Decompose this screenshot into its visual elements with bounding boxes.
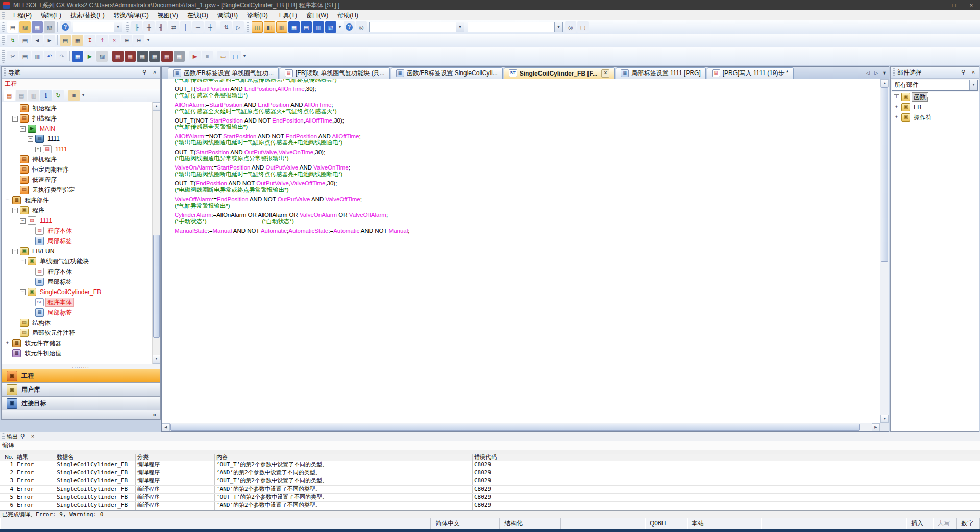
error-row[interactable]: 5ErrorSingleCoilCylinder_FB编译程序’OUT_T’的第…: [0, 494, 980, 502]
toolbar-grip[interactable]: [2, 50, 5, 62]
tree-item[interactable]: ▤初始程序: [2, 103, 153, 113]
ladder-close-contact-icon[interactable]: ╫: [143, 21, 155, 33]
tab-scroll-left-icon[interactable]: ◁: [864, 69, 872, 77]
tree-expander[interactable]: −: [20, 126, 26, 132]
document-tab[interactable]: ▤[PRG]写入 1111 (19)步 *: [707, 67, 794, 79]
toolbar-overflow-icon[interactable]: ▾: [145, 35, 151, 45]
work-window-icon[interactable]: ▥: [276, 21, 287, 33]
tree-item[interactable]: −▤1111: [2, 215, 153, 226]
tree-item[interactable]: ▤恒定周期程序: [2, 164, 153, 175]
device-test-icon[interactable]: ▦: [72, 51, 83, 62]
tree-item[interactable]: ▦局部标签: [2, 307, 153, 318]
editor-horizontal-scrollbar[interactable]: ◀ ▶: [162, 423, 880, 431]
undo-icon[interactable]: ↶: [44, 51, 55, 62]
toolbar-grip[interactable]: [2, 22, 5, 32]
tree-item[interactable]: ▤待机程序: [2, 154, 153, 164]
parts-pin-icon[interactable]: ⚲: [959, 68, 968, 77]
clipboard-grid-icon[interactable]: ▦: [72, 35, 83, 46]
tree-item[interactable]: ▤程序本体: [2, 226, 153, 236]
tree-expander[interactable]: −: [28, 136, 33, 142]
tree-item[interactable]: ST程序本体: [2, 297, 153, 307]
nav-close-icon[interactable]: ×: [150, 68, 159, 77]
cross-reference-icon[interactable]: ▦: [174, 51, 185, 62]
ladder-symbol-combo[interactable]: ▾: [73, 22, 122, 32]
duplicate-document-icon[interactable]: ▤: [19, 35, 31, 46]
menu-item[interactable]: 诊断(D): [242, 10, 273, 20]
tree-expander[interactable]: +: [5, 341, 10, 346]
tree-item[interactable]: ▤局部软元件注释: [2, 328, 153, 338]
device-note-icon[interactable]: ▧: [325, 21, 336, 33]
column-header[interactable]: 结果: [15, 454, 55, 461]
document-tab[interactable]: ▦局部标签设置 1111 [PRG]: [616, 67, 705, 79]
remote-operation-icon[interactable]: ▢: [230, 51, 241, 62]
tree-item[interactable]: +▣操作符: [891, 112, 979, 123]
tree-item[interactable]: +▣函数: [891, 92, 979, 102]
toolbar-grip[interactable]: [126, 22, 129, 32]
paste-icon[interactable]: ▥: [32, 51, 43, 62]
scroll-up-icon[interactable]: ▲: [880, 79, 889, 87]
monitor-mode-icon[interactable]: ▶: [84, 51, 95, 62]
parts-close-icon[interactable]: ×: [969, 68, 978, 77]
jump-up-icon[interactable]: ↥: [96, 35, 108, 46]
tree-item[interactable]: −▣FB/FUN: [2, 246, 153, 256]
watch-window-icon[interactable]: ▢: [577, 21, 589, 33]
data-property-icon[interactable]: ℹ: [40, 90, 52, 101]
output-grip[interactable]: [2, 433, 5, 439]
cascade-windows-icon[interactable]: ◧: [264, 21, 275, 33]
view-button-project[interactable]: ▣工程: [2, 369, 160, 382]
tree-item[interactable]: −▩程序部件: [2, 195, 153, 205]
menu-item[interactable]: 编辑(E): [36, 10, 66, 20]
tree-expander[interactable]: −: [5, 198, 10, 203]
ladder-coil-icon[interactable]: ╢: [156, 21, 167, 33]
delete-icon[interactable]: ×: [109, 35, 120, 46]
scroll-up-icon[interactable]: ▲: [153, 102, 160, 111]
view-button-user-library[interactable]: ▣用户库: [2, 382, 160, 396]
start-monitor-icon[interactable]: ▶: [189, 51, 201, 62]
zoom-in-icon[interactable]: ⊕: [121, 35, 132, 46]
nav-grip[interactable]: [4, 68, 6, 76]
device-batch-monitor-icon[interactable]: ▦: [161, 51, 173, 62]
scroll-thumb[interactable]: [881, 87, 888, 262]
stop-monitor-icon[interactable]: ■: [202, 51, 213, 62]
toolbar-overflow-icon[interactable]: ▾: [241, 51, 248, 61]
find-next-icon[interactable]: ►: [44, 35, 55, 46]
help2-icon[interactable]: ?: [344, 21, 355, 33]
tree-item[interactable]: −▣单线圈气缸功能块: [2, 256, 153, 267]
ladder-read-mode-icon[interactable]: ▷: [233, 21, 244, 33]
column-header[interactable]: 数据名: [55, 454, 136, 461]
view-button-connection-destination[interactable]: ▣连接目标: [2, 396, 160, 410]
column-header[interactable]: 错误代码: [473, 454, 725, 461]
maximize-button[interactable]: □: [945, 0, 963, 10]
clipboard-icon[interactable]: ▤: [60, 35, 71, 46]
monitor-stop-icon[interactable]: ▨: [96, 51, 108, 62]
sort-filter-icon[interactable]: ≡: [68, 90, 80, 101]
menu-item[interactable]: 工程(P): [7, 10, 36, 20]
tree-item[interactable]: ▦局部标签: [2, 236, 153, 246]
error-row[interactable]: 1ErrorSingleCoilCylinder_FB编译程序’OUT_T’的第…: [0, 461, 980, 469]
scroll-left-icon[interactable]: ◀: [162, 423, 170, 431]
device-display-icon[interactable]: ▦: [288, 21, 300, 33]
tree-expander[interactable]: −: [20, 218, 26, 224]
find-device-combo[interactable]: ▾: [468, 22, 563, 32]
parts-grip[interactable]: [893, 68, 895, 76]
menu-item[interactable]: 窗口(W): [302, 10, 333, 20]
print-icon[interactable]: ▧: [44, 21, 55, 33]
scroll-down-icon[interactable]: ▼: [153, 355, 160, 364]
menu-item[interactable]: 搜索/替换(F): [66, 10, 109, 20]
nav-pin-icon[interactable]: ⚲: [140, 68, 149, 77]
column-header[interactable]: 分类: [136, 454, 215, 461]
document-tab[interactable]: ▦函数/FB标签设置 SingleCoilCyli...: [391, 67, 503, 79]
tree-item[interactable]: −▥1111: [2, 134, 153, 144]
output-pin-icon[interactable]: ⚲: [18, 432, 27, 441]
tree-item[interactable]: ▤程序本体: [2, 267, 153, 277]
save-project-icon[interactable]: ▦: [32, 21, 43, 33]
jump-down-icon[interactable]: ↧: [84, 35, 95, 46]
tree-expander[interactable]: +: [894, 115, 899, 120]
scroll-right-icon[interactable]: ▶: [872, 423, 880, 431]
ladder-vertical-line-icon[interactable]: │: [180, 21, 191, 33]
document-tab[interactable]: STSingleCoilCylinder_FB [F...×: [504, 67, 615, 79]
verify-with-plc-icon[interactable]: ▦: [137, 51, 148, 62]
tree-item[interactable]: ▤无执行类型指定: [2, 185, 153, 195]
st-code-editor[interactable]: (*气缸传感器全亮延时=气缸原点传感器亮+气缸终点传感器亮*)OUT_T(Sta…: [162, 79, 880, 423]
menu-grip[interactable]: [2, 12, 5, 19]
